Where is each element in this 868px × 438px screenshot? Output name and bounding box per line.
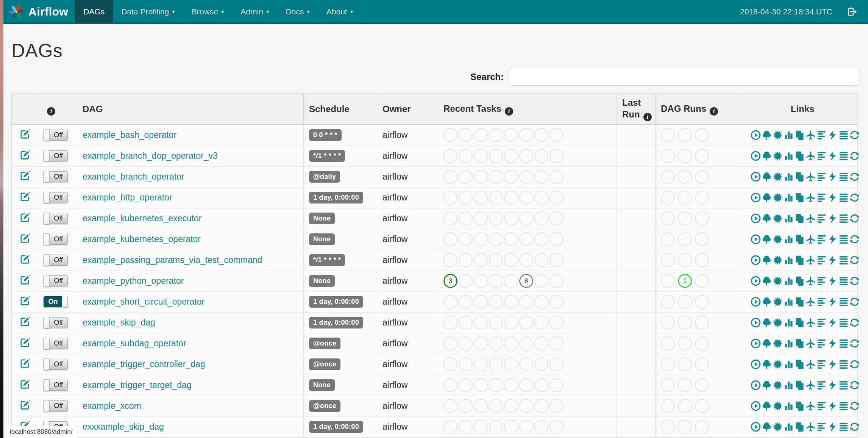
edit-dag-icon[interactable]	[20, 358, 30, 368]
graph-view-icon[interactable]	[773, 192, 783, 203]
trigger-dag-icon[interactable]	[751, 318, 761, 328]
logs-icon[interactable]	[838, 172, 849, 182]
toggle-knob[interactable]	[44, 192, 50, 203]
task-tries-icon[interactable]	[795, 276, 805, 286]
dag-link[interactable]: example_skip_dag	[83, 318, 155, 327]
gantt-icon[interactable]	[816, 234, 827, 244]
graph-view-icon[interactable]	[773, 234, 783, 244]
graph-view-icon[interactable]	[773, 422, 783, 432]
tree-view-icon[interactable]	[762, 297, 772, 307]
task-tries-icon[interactable]	[795, 192, 805, 203]
toggle-knob[interactable]	[44, 358, 50, 370]
code-view-icon[interactable]	[827, 276, 838, 286]
gantt-icon[interactable]	[816, 380, 827, 390]
landing-times-icon[interactable]	[806, 192, 816, 203]
task-duration-icon[interactable]	[784, 130, 794, 140]
gantt-icon[interactable]	[816, 359, 827, 369]
toggle-knob[interactable]	[44, 129, 50, 141]
code-view-icon[interactable]	[827, 422, 838, 432]
tree-view-icon[interactable]	[762, 213, 772, 224]
landing-times-icon[interactable]	[806, 255, 816, 265]
dag-link[interactable]: example_kubernetes_executor	[83, 213, 202, 223]
gantt-icon[interactable]	[816, 276, 827, 286]
code-view-icon[interactable]	[827, 130, 838, 140]
edit-dag-icon[interactable]	[20, 212, 30, 222]
gantt-icon[interactable]	[816, 401, 827, 411]
refresh-icon[interactable]	[849, 297, 860, 307]
landing-times-icon[interactable]	[806, 172, 816, 182]
dag-link[interactable]: example_python_operator	[83, 276, 184, 286]
dag-pause-toggle[interactable]: On	[44, 296, 68, 307]
code-view-icon[interactable]	[827, 297, 838, 307]
logs-icon[interactable]	[838, 401, 849, 411]
graph-view-icon[interactable]	[773, 380, 783, 390]
dag-pause-toggle[interactable]: Off	[44, 380, 68, 391]
column-header-last-run[interactable]: Last Runi	[617, 94, 656, 125]
trigger-dag-icon[interactable]	[751, 380, 761, 390]
dag-link[interactable]: example_trigger_target_dag	[83, 380, 192, 390]
code-view-icon[interactable]	[827, 359, 838, 369]
task-duration-icon[interactable]	[784, 234, 794, 244]
column-header-blank[interactable]: i	[38, 94, 77, 125]
task-tries-icon[interactable]	[795, 338, 805, 349]
code-view-icon[interactable]	[827, 151, 838, 161]
task-duration-icon[interactable]	[784, 255, 794, 265]
task-tries-icon[interactable]	[795, 380, 805, 390]
task-tries-icon[interactable]	[795, 130, 805, 140]
dag-link[interactable]: exxxample_skip_dag	[83, 422, 164, 432]
dag-pause-toggle[interactable]: Off	[44, 317, 68, 328]
column-header-schedule[interactable]: Schedule	[304, 94, 377, 125]
gantt-icon[interactable]	[816, 338, 827, 349]
logs-icon[interactable]	[838, 213, 849, 224]
edit-dag-icon[interactable]	[20, 254, 30, 264]
nav-item-about[interactable]: About▾	[318, 0, 361, 23]
airflow-brand[interactable]: Airflow	[3, 0, 75, 23]
tree-view-icon[interactable]	[762, 234, 772, 244]
task-duration-icon[interactable]	[784, 276, 794, 286]
dag-link[interactable]: example_subdag_operator	[83, 338, 186, 348]
task-tries-icon[interactable]	[795, 401, 805, 411]
task-tries-icon[interactable]	[795, 172, 805, 182]
graph-view-icon[interactable]	[773, 338, 783, 349]
code-view-icon[interactable]	[827, 255, 838, 265]
toggle-knob[interactable]	[44, 213, 50, 224]
trigger-dag-icon[interactable]	[751, 172, 761, 182]
gantt-icon[interactable]	[816, 192, 827, 203]
refresh-icon[interactable]	[849, 359, 860, 369]
dag-link[interactable]: example_bash_operator	[83, 130, 176, 140]
tree-view-icon[interactable]	[762, 380, 772, 390]
tree-view-icon[interactable]	[762, 151, 772, 161]
tree-view-icon[interactable]	[762, 172, 772, 182]
refresh-icon[interactable]	[849, 192, 860, 203]
trigger-dag-icon[interactable]	[751, 401, 761, 411]
dag-pause-toggle[interactable]: Off	[44, 400, 68, 411]
graph-view-icon[interactable]	[773, 318, 783, 328]
toggle-knob[interactable]	[44, 254, 50, 266]
nav-item-browse[interactable]: Browse▾	[183, 0, 233, 23]
trigger-dag-icon[interactable]	[751, 151, 761, 161]
dag-link[interactable]: example_xcom	[83, 401, 141, 411]
search-input[interactable]	[509, 68, 860, 86]
task-duration-icon[interactable]	[784, 422, 794, 432]
tree-view-icon[interactable]	[762, 422, 772, 432]
column-header-recent-tasks[interactable]: Recent Tasksi	[438, 94, 617, 125]
landing-times-icon[interactable]	[806, 151, 816, 161]
landing-times-icon[interactable]	[806, 401, 816, 411]
logout-icon[interactable]	[847, 6, 857, 17]
logs-icon[interactable]	[838, 234, 849, 244]
graph-view-icon[interactable]	[773, 255, 783, 265]
landing-times-icon[interactable]	[806, 276, 816, 286]
edit-dag-icon[interactable]	[20, 296, 30, 306]
trigger-dag-icon[interactable]	[751, 213, 761, 224]
toggle-knob[interactable]	[44, 171, 50, 183]
graph-view-icon[interactable]	[773, 151, 783, 161]
gantt-icon[interactable]	[816, 213, 827, 224]
trigger-dag-icon[interactable]	[751, 297, 761, 307]
refresh-icon[interactable]	[849, 380, 860, 390]
tree-view-icon[interactable]	[762, 192, 772, 203]
dag-link[interactable]: example_short_circuit_operator	[83, 297, 205, 307]
landing-times-icon[interactable]	[806, 422, 816, 432]
refresh-icon[interactable]	[849, 338, 860, 349]
task-duration-icon[interactable]	[784, 192, 794, 203]
edit-dag-icon[interactable]	[20, 233, 30, 243]
